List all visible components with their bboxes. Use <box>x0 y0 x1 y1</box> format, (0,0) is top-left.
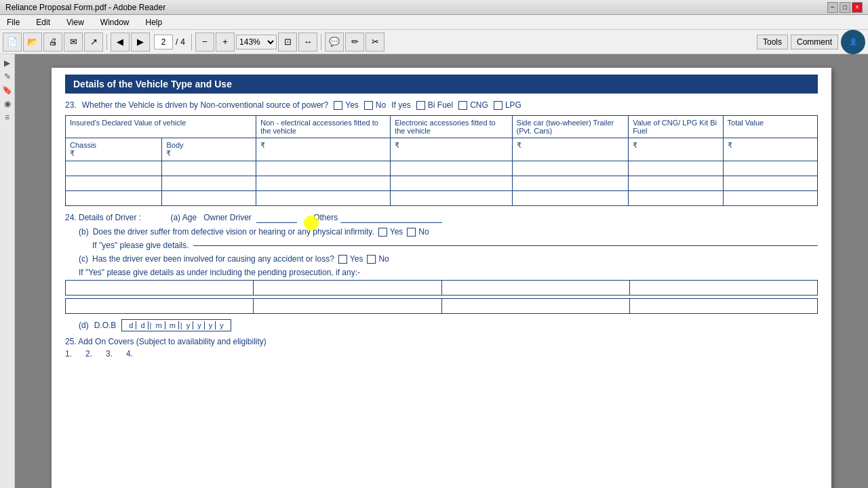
q23-bifuel-checkbox[interactable] <box>416 101 425 110</box>
table-cell-1-5[interactable] <box>512 161 629 176</box>
q24-owner-driver-field[interactable] <box>256 213 297 223</box>
table-cell-1-6[interactable] <box>629 161 723 176</box>
table-cell-3-3[interactable] <box>256 191 391 206</box>
zoom-select[interactable]: 143% <box>236 35 277 49</box>
zoom-in-button[interactable]: + <box>216 33 235 52</box>
table-cell-1-3[interactable] <box>256 161 391 176</box>
comment-panel-button[interactable]: Comment <box>791 35 838 49</box>
table-cell-2-6[interactable] <box>629 176 723 191</box>
next-page-button[interactable]: ▶ <box>131 33 150 52</box>
table-cell-2-4[interactable] <box>391 176 512 191</box>
q23-no-checkbox[interactable] <box>364 101 373 110</box>
dob-m2[interactable]: m <box>167 321 179 329</box>
body-input-1[interactable] <box>163 163 254 173</box>
detail-cell-1-4[interactable] <box>629 281 817 296</box>
elec-input-1[interactable] <box>392 163 510 173</box>
sign-in-avatar[interactable]: 👤 <box>841 30 865 54</box>
non-elec-input-1[interactable] <box>258 163 389 173</box>
panel-icon-1[interactable]: ▶ <box>1 57 14 69</box>
numbered-item-4: 4. <box>126 349 133 359</box>
table-cell-1-4[interactable] <box>391 161 512 176</box>
cng-val-input-1[interactable] <box>630 163 721 173</box>
dob-y2[interactable]: y <box>195 321 205 329</box>
dob-d2[interactable]: d <box>138 321 148 329</box>
q24c-no-checkbox[interactable] <box>367 255 376 264</box>
q23-lpg-checkbox[interactable] <box>494 101 502 110</box>
menu-help[interactable]: Help <box>142 16 167 28</box>
table-header-col6: Total Value <box>723 116 817 138</box>
close-button[interactable]: × <box>852 2 863 13</box>
q24-others-field[interactable] <box>340 213 442 223</box>
fit-width-button[interactable]: ↔ <box>298 33 317 52</box>
table-subheader-sidecar: ₹ <box>512 138 629 161</box>
q24b-yes-checkbox[interactable] <box>378 228 387 237</box>
table-cell-3-7[interactable] <box>723 191 817 206</box>
panel-icon-2[interactable]: ✎ <box>1 70 14 83</box>
menu-file[interactable]: File <box>3 16 24 28</box>
q23-cng-checkbox[interactable] <box>458 101 467 110</box>
numbered-item-1: 1. <box>65 349 72 359</box>
table-cell-3-5[interactable] <box>512 191 629 206</box>
detail-cell-1-1[interactable] <box>66 281 254 296</box>
dob-d1[interactable]: d <box>126 321 136 329</box>
new-button[interactable]: 📄 <box>3 33 22 52</box>
main-layout: ▶ ✎ 🔖 ◉ ≡ Details of the Vehicle Type an… <box>0 54 868 488</box>
sidecar-input-1[interactable] <box>514 163 627 173</box>
table-cell-3-6[interactable] <box>629 191 723 206</box>
q24b-no-checkbox[interactable] <box>407 228 416 237</box>
zoom-out-button[interactable]: − <box>195 33 214 52</box>
q24c-yes-checkbox[interactable] <box>338 255 347 264</box>
q24b-detail-line[interactable] <box>193 245 818 246</box>
q24b-row: (b) Does the driver suffer from defectiv… <box>79 227 818 237</box>
share-button[interactable]: ↗ <box>84 33 103 52</box>
menu-edit[interactable]: Edit <box>32 16 54 28</box>
comment-button[interactable]: 💬 <box>325 33 344 52</box>
detail-cell-2-2[interactable] <box>254 299 441 314</box>
detail-cell-1-2[interactable] <box>254 281 441 296</box>
dob-y4[interactable]: y <box>217 321 226 329</box>
minimize-button[interactable]: − <box>827 2 838 13</box>
table-cell-1-7[interactable] <box>723 161 817 176</box>
page-number-input[interactable] <box>154 35 173 49</box>
dob-input-field[interactable]: d d | m m | y y y y <box>121 319 231 331</box>
q23-cng-item: CNG <box>458 100 488 110</box>
menu-window[interactable]: Window <box>96 16 134 28</box>
snapshot-button[interactable]: ✂ <box>366 33 384 52</box>
detail-cell-1-3[interactable] <box>441 281 629 296</box>
table-cell-2-1[interactable] <box>66 176 162 191</box>
menu-view[interactable]: View <box>62 16 88 28</box>
open-button[interactable]: 📂 <box>23 33 42 52</box>
detail-table-1 <box>65 280 818 296</box>
table-cell-3-2[interactable] <box>162 191 256 206</box>
detail-cell-2-4[interactable] <box>629 299 817 314</box>
table-cell-1-2[interactable] <box>162 161 256 176</box>
dob-y3[interactable]: y <box>206 321 216 329</box>
panel-icon-4[interactable]: ◉ <box>1 98 14 110</box>
detail-cell-2-3[interactable] <box>441 299 629 314</box>
email-button[interactable]: ✉ <box>64 33 83 52</box>
title-bar-controls: − □ × <box>827 2 863 13</box>
markup-button[interactable]: ✏ <box>345 33 364 52</box>
table-cell-3-1[interactable] <box>66 191 162 206</box>
content-area: Details of the Vehicle Type and Use 23. … <box>15 54 868 488</box>
table-cell-2-7[interactable] <box>723 176 817 191</box>
table-cell-3-4[interactable] <box>391 191 512 206</box>
tools-button[interactable]: Tools <box>757 35 788 49</box>
q24c-row: (c) Has the driver ever been involved fo… <box>79 254 818 264</box>
detail-cell-2-1[interactable] <box>66 299 254 314</box>
table-cell-1-1[interactable] <box>66 161 162 176</box>
maximize-button[interactable]: □ <box>840 2 850 13</box>
prev-page-button[interactable]: ◀ <box>111 33 130 52</box>
dob-m1[interactable]: m <box>153 321 165 329</box>
panel-icon-5[interactable]: ≡ <box>1 111 14 123</box>
table-cell-2-5[interactable] <box>512 176 629 191</box>
chassis-input-1[interactable] <box>67 163 160 173</box>
total-input-1[interactable] <box>725 163 816 173</box>
q23-yes-checkbox[interactable] <box>334 101 342 110</box>
panel-icon-3[interactable]: 🔖 <box>1 84 14 96</box>
table-cell-2-2[interactable] <box>162 176 256 191</box>
print-button[interactable]: 🖨 <box>43 33 62 52</box>
dob-y1[interactable]: y <box>184 321 194 329</box>
fit-page-button[interactable]: ⊡ <box>278 33 297 52</box>
table-cell-2-3[interactable] <box>256 176 391 191</box>
